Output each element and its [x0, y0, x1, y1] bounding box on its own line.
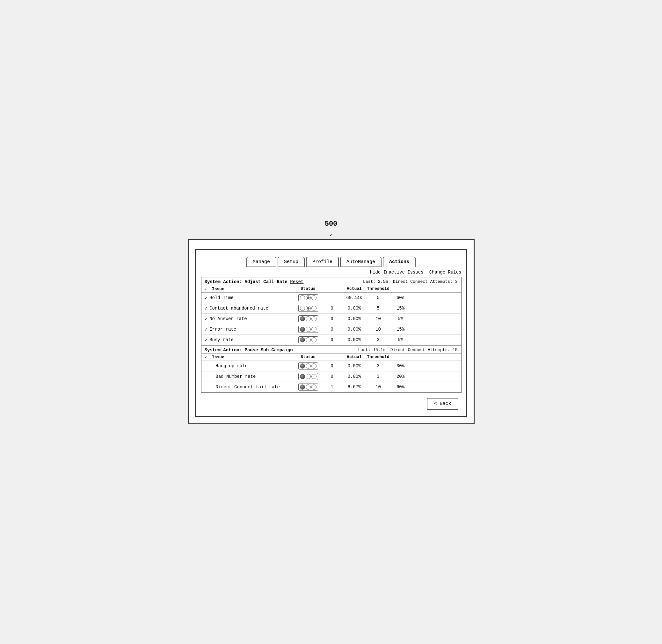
section1-header: System Action: Adjust Call Rate Reset La… [202, 277, 461, 285]
check-icon: ✓ [205, 337, 208, 343]
hide-inactive-link[interactable]: Hide Inactive Issues [370, 270, 424, 275]
dot2 [306, 385, 311, 390]
issue-label: Direct Connect fail rate [215, 385, 280, 390]
dot1 [300, 374, 305, 379]
issue-cell: ✓ Hold Time [205, 295, 294, 301]
status-indicator [298, 363, 318, 369]
section2-meta: Last: 15.1m Direct Connect Attempts: 15 [358, 347, 457, 352]
actual-cell: 0.00% [342, 327, 367, 332]
actual-cell: 0.00% [342, 316, 367, 321]
status-cell [294, 384, 323, 391]
dot3 [311, 385, 316, 390]
threshold-cell: 10 [367, 316, 389, 321]
dot1 [300, 327, 305, 332]
num-cell: 0 [323, 374, 342, 379]
dot3 [311, 306, 316, 311]
threshold-cell: 5 [367, 295, 389, 300]
section2-title: System Action: Pause Sub-Campaign [205, 347, 293, 352]
issue-label: Hang up rate [215, 364, 247, 369]
status-cell [294, 305, 323, 312]
dot3 [311, 337, 316, 342]
dot1 [300, 295, 305, 300]
actual-cell: 6.67% [342, 385, 367, 390]
num-cell: 0 [323, 364, 342, 369]
dot3 [311, 327, 316, 332]
issue-cell: ✓ No Answer rate [205, 316, 294, 322]
links-row: Hide Inactive Issues Change Rules [201, 270, 462, 275]
back-button[interactable]: < Back [427, 398, 458, 410]
dot2 [306, 306, 311, 311]
value-cell: 15% [389, 327, 412, 332]
tab-automanage[interactable]: AutoManage [340, 257, 381, 267]
table-row: Direct Connect fail rate 1 6.67% 10 60% [202, 382, 461, 392]
dot1 [300, 316, 305, 321]
value-cell: 15% [389, 306, 412, 311]
issue-label: Error rate [209, 327, 236, 332]
num-cell: 0 [323, 337, 342, 342]
status-indicator [298, 384, 318, 391]
status-indicator [298, 326, 318, 333]
table-row: ✓ Busy rate 0 0.00% 3 5% [202, 335, 461, 346]
issue-cell: ✓ Busy rate [205, 337, 294, 343]
section2-header: System Action: Pause Sub-Campaign Last: … [202, 346, 461, 353]
issue-cell: ✓ Error rate [205, 326, 294, 332]
status-cell [294, 315, 323, 322]
dot1 [300, 385, 305, 390]
dot2 [306, 364, 311, 369]
diagram-label: 500 [188, 220, 475, 228]
value-cell: 5% [389, 316, 412, 321]
table-row: Hang up rate 0 0.00% 3 30% [202, 361, 461, 371]
status-cell [294, 363, 323, 369]
actual-cell: 0.00% [342, 364, 367, 369]
table-row: Bad Number rate 0 0.00% 3 20% [202, 371, 461, 382]
diagram-arrow: ↙ [188, 230, 475, 237]
issue-label: Busy rate [209, 337, 234, 342]
dot2 [306, 327, 311, 332]
issue-label: Hold Time [209, 295, 234, 300]
dot1 [300, 364, 305, 369]
no-check [205, 363, 214, 369]
threshold-cell: 3 [367, 364, 389, 369]
reset-link[interactable]: Reset [290, 279, 303, 284]
tab-setup[interactable]: Setup [278, 257, 305, 267]
tab-actions[interactable]: Actions [383, 257, 416, 267]
issue-label: No Answer rate [209, 316, 247, 321]
dot2 [306, 337, 311, 342]
table-row: ✓ Hold Time 69.44s 5 60s [202, 293, 461, 303]
check-icon: ✓ [205, 326, 208, 332]
status-indicator [298, 315, 318, 322]
section1-meta: Last: 2.5m Direct Connect Attempts: 3 [363, 279, 457, 284]
issue-label: Bad Number rate [215, 374, 256, 379]
status-indicator [298, 336, 318, 343]
value-cell: 20% [389, 374, 412, 379]
status-indicator [298, 294, 318, 301]
dot2 [306, 316, 311, 321]
change-rules-link[interactable]: Change Rules [429, 270, 462, 275]
status-cell [294, 373, 323, 380]
issue-cell: Hang up rate [205, 363, 294, 369]
tab-manage[interactable]: Manage [246, 257, 276, 267]
tab-profile[interactable]: Profile [306, 257, 339, 267]
status-cell [294, 294, 323, 301]
threshold-cell: 3 [367, 374, 389, 379]
num-cell: 0 [323, 306, 342, 311]
dot1 [300, 306, 305, 311]
dot3 [311, 316, 316, 321]
no-check [205, 384, 214, 390]
value-cell: 30% [389, 364, 412, 369]
bottom-bar: < Back [201, 393, 462, 411]
issue-label: Contact abandoned rate [209, 306, 268, 311]
table-row: ✓ Contact abandoned rate 0 0.00% 5 15% [202, 303, 461, 314]
issue-cell: Direct Connect fail rate [205, 384, 294, 390]
status-cell [294, 336, 323, 343]
num-cell: 1 [323, 385, 342, 390]
dot3 [311, 364, 316, 369]
status-indicator [298, 305, 318, 312]
dot3 [311, 374, 316, 379]
dot2 [306, 374, 311, 379]
section1-title: System Action: Adjust Call Rate Reset [205, 279, 304, 284]
table-row: ✓ No Answer rate 0 0.00% 10 5% [202, 314, 461, 324]
num-cell: 0 [323, 316, 342, 321]
tab-bar: Manage Setup Profile AutoManage Actions [201, 257, 462, 267]
dot2 [306, 295, 311, 300]
